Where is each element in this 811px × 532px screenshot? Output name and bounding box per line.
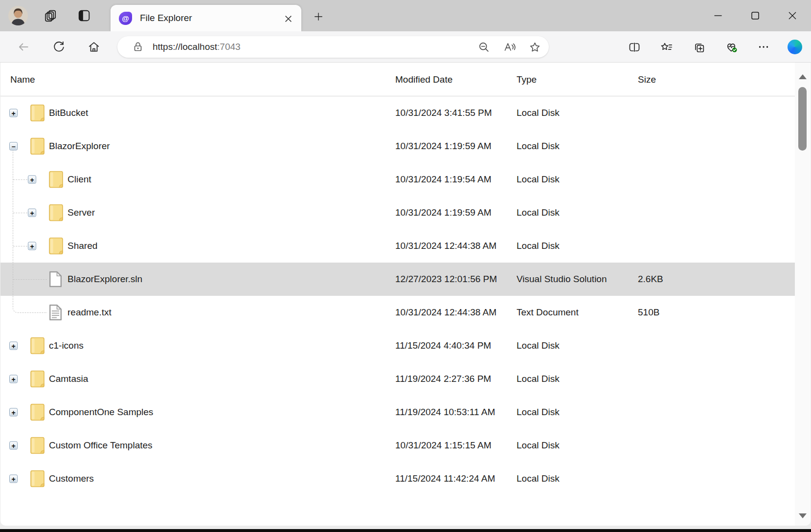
expand-toggle[interactable]: + xyxy=(9,109,18,117)
zoom-out-icon[interactable] xyxy=(476,40,491,54)
window-bottom-edge xyxy=(0,529,811,532)
type-cell: Text Document xyxy=(517,296,634,329)
settings-more-icon[interactable] xyxy=(755,37,772,57)
page-content: Name Modified Date Type Size + xyxy=(0,63,811,526)
expand-toggle[interactable]: + xyxy=(9,375,18,383)
back-button[interactable] xyxy=(14,37,33,57)
table-row[interactable]: + BitBucket 10/31/2024 3:41:55 PM Local … xyxy=(0,96,795,130)
close-window-button[interactable] xyxy=(774,0,811,31)
refresh-button[interactable] xyxy=(49,37,68,57)
table-row[interactable]: + Custom Office Templates 10/31/2024 1:1… xyxy=(0,429,795,462)
folder-icon xyxy=(49,171,63,188)
name-cell: + Server xyxy=(0,196,389,229)
folder-icon xyxy=(30,470,45,488)
type-cell: Local Disk xyxy=(517,96,634,130)
name-cell: + BitBucket xyxy=(0,96,389,130)
maximize-button[interactable] xyxy=(737,0,774,31)
navigation-toolbar: https://localhost:7043 xyxy=(0,31,811,63)
name-cell: + Customers xyxy=(0,462,389,495)
expand-toggle[interactable]: + xyxy=(9,408,18,417)
avatar-image xyxy=(8,6,28,25)
name-cell: + ComponentOne Samples xyxy=(0,396,389,429)
table-row[interactable]: + Customers 11/15/2024 11:42:24 AM Local… xyxy=(0,462,795,495)
workspaces-icon[interactable] xyxy=(41,6,61,25)
url-text: https://localhost:7043 xyxy=(153,42,241,52)
table-row[interactable]: + Camtasia 11/19/2024 2:27:36 PM Local D… xyxy=(0,362,795,396)
collections-icon[interactable] xyxy=(691,37,707,57)
table-rows: + BitBucket 10/31/2024 3:41:55 PM Local … xyxy=(0,96,795,495)
item-name: Customers xyxy=(49,462,94,495)
folder-icon xyxy=(49,204,63,222)
home-button[interactable] xyxy=(84,37,104,57)
profile-avatar[interactable] xyxy=(8,6,28,25)
name-cell: + Client xyxy=(0,163,389,196)
minimize-button[interactable] xyxy=(699,0,737,31)
column-header-modified-date[interactable]: Modified Date xyxy=(395,63,452,96)
split-screen-icon[interactable] xyxy=(626,37,643,57)
table-row[interactable]: BlazorExplorer.sln 12/27/2023 12:01:56 P… xyxy=(0,263,795,296)
column-header-type[interactable]: Type xyxy=(517,63,537,96)
item-name: BlazorExplorer.sln xyxy=(68,263,142,296)
item-name: BitBucket xyxy=(49,96,88,130)
table-row[interactable]: + Client 10/31/2024 1:19:54 AM Local Dis… xyxy=(0,163,795,196)
column-header-name[interactable]: Name xyxy=(10,63,35,96)
expand-toggle[interactable]: + xyxy=(28,242,36,250)
type-cell: Local Disk xyxy=(517,396,634,429)
scroll-down-arrow-icon[interactable] xyxy=(799,513,807,518)
name-cell: + Camtasia xyxy=(0,362,389,396)
type-cell: Local Disk xyxy=(517,196,634,229)
vertical-tabs-icon[interactable] xyxy=(74,6,94,25)
item-name: BlazorExplorer xyxy=(49,130,110,163)
file-icon xyxy=(49,271,62,288)
new-tab-button[interactable] xyxy=(309,10,328,23)
expand-toggle[interactable]: + xyxy=(28,209,36,217)
browser-tab[interactable]: @ File Explorer xyxy=(111,5,301,31)
copilot-icon[interactable] xyxy=(788,40,802,54)
add-favorite-star-icon[interactable] xyxy=(527,40,542,54)
type-cell: Local Disk xyxy=(517,462,634,495)
table-row[interactable]: − BlazorExplorer 10/31/2024 1:19:59 AM L… xyxy=(0,130,795,163)
browser-essentials-icon[interactable] xyxy=(723,37,740,57)
item-name: Shared xyxy=(68,229,97,263)
modified-date-cell: 10/31/2024 3:41:55 PM xyxy=(395,96,511,130)
address-bar[interactable]: https://localhost:7043 xyxy=(117,36,549,58)
folder-icon xyxy=(30,138,45,155)
expand-toggle[interactable]: − xyxy=(9,142,18,151)
expand-toggle[interactable]: + xyxy=(28,176,36,184)
favorites-icon[interactable] xyxy=(658,37,675,57)
table-row[interactable]: + Shared 10/31/2024 12:44:38 AM Local Di… xyxy=(0,229,795,263)
type-cell: Local Disk xyxy=(517,130,634,163)
tab-close-icon[interactable] xyxy=(283,13,293,24)
name-cell: − BlazorExplorer xyxy=(0,130,389,163)
type-cell: Local Disk xyxy=(517,362,634,396)
name-cell: readme.txt xyxy=(0,296,389,329)
table-row[interactable]: + ComponentOne Samples 11/19/2024 10:53:… xyxy=(0,396,795,429)
table-row[interactable]: + c1-icons 11/15/2024 4:40:34 PM Local D… xyxy=(0,329,795,362)
lock-icon[interactable] xyxy=(132,41,144,53)
browser-window: @ File Explorer xyxy=(0,0,811,532)
modified-date-cell: 12/27/2023 12:01:56 PM xyxy=(395,263,511,296)
expand-toggle[interactable]: + xyxy=(9,342,18,350)
table-row[interactable]: readme.txt 10/31/2024 12:44:38 AM Text D… xyxy=(0,296,795,329)
read-aloud-icon[interactable] xyxy=(502,40,517,54)
title-bar: @ File Explorer xyxy=(0,0,811,31)
modified-date-cell: 10/31/2024 1:19:59 AM xyxy=(395,130,511,163)
url-port: :7043 xyxy=(217,42,241,52)
folder-icon xyxy=(30,371,45,388)
url-host: https://localhost xyxy=(153,42,217,52)
item-name: readme.txt xyxy=(68,296,112,329)
expand-toggle[interactable]: + xyxy=(9,442,18,450)
type-cell: Local Disk xyxy=(517,229,634,263)
column-header-size[interactable]: Size xyxy=(638,63,656,96)
size-cell: 510B xyxy=(638,296,659,329)
item-name: ComponentOne Samples xyxy=(49,396,153,429)
scrollbar[interactable] xyxy=(795,63,810,526)
type-cell: Local Disk xyxy=(517,163,634,196)
item-name: Custom Office Templates xyxy=(49,429,153,462)
table-row[interactable]: + Server 10/31/2024 1:19:59 AM Local Dis… xyxy=(0,196,795,229)
expand-toggle[interactable]: + xyxy=(9,475,18,483)
name-cell: + Custom Office Templates xyxy=(0,429,389,462)
scroll-up-arrow-icon[interactable] xyxy=(799,74,807,79)
scrollbar-thumb[interactable] xyxy=(798,87,807,151)
type-cell: Local Disk xyxy=(517,329,634,362)
